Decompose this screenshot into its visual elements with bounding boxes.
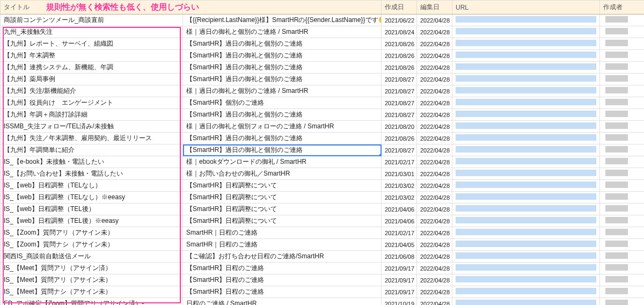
cell-created[interactable]: 2021/08/27 bbox=[382, 144, 417, 156]
cell-edited[interactable]: 2022/04/28 bbox=[417, 286, 452, 298]
cell-subject[interactable]: 【SmartHR】日程のご連絡 bbox=[183, 274, 382, 286]
title-link[interactable]: 商談前コンテンツメール_商談直前 bbox=[4, 16, 104, 24]
cell-edited[interactable]: 2022/04/28 bbox=[417, 38, 452, 50]
title-link[interactable]: IS_【web】日程調整（TELなし）※eeasy bbox=[4, 193, 125, 201]
cell-subject[interactable]: 【SmartHR】日程のご連絡 bbox=[183, 263, 382, 274]
cell-author[interactable] bbox=[600, 97, 645, 109]
cell-subject[interactable]: 【ご確認】お打ち合わせ日程のご連絡/SmartHR bbox=[183, 251, 382, 263]
cell-edited[interactable]: 2022/04/28 bbox=[417, 263, 452, 274]
cell-subject[interactable]: 【SmartHR】日程調整について bbox=[183, 215, 382, 227]
table-row[interactable]: 九州_未接触失注様｜過日の御礼と個別のご連絡 / SmartHR2021/08/… bbox=[1, 26, 645, 38]
title-link[interactable]: 【九州】レポート、サーベイ、組織図 bbox=[4, 40, 113, 47]
cell-url[interactable] bbox=[452, 215, 600, 227]
title-link[interactable]: IS_【web】日程調整（TEL後） bbox=[4, 205, 95, 213]
cell-created[interactable]: 2021/08/27 bbox=[382, 74, 417, 85]
cell-subject[interactable]: 様｜過日の御礼と個別のご連絡 / SmartHR bbox=[183, 26, 382, 38]
cell-subject[interactable]: 【SmartHR】過日の御礼と個別のご連絡 bbox=[183, 38, 382, 50]
cell-title[interactable]: 【九州】レポート、サーベイ、組織図 bbox=[1, 38, 183, 50]
cell-url[interactable] bbox=[452, 50, 600, 62]
cell-url[interactable] bbox=[452, 62, 600, 74]
cell-title[interactable]: 【九州】役員向け エンゲージメント bbox=[1, 97, 183, 109]
cell-edited[interactable]: 2022/04/28 bbox=[417, 251, 452, 263]
cell-edited[interactable]: 2022/04/28 bbox=[417, 239, 452, 251]
cell-created[interactable]: 2021/04/06 bbox=[382, 215, 417, 227]
title-link[interactable]: 関西IS_商談前自動送信メール bbox=[4, 252, 91, 260]
cell-subject[interactable]: 日程のご連絡 / SmartHR bbox=[183, 298, 382, 306]
cell-created[interactable]: 2021/08/20 bbox=[382, 121, 417, 133]
cell-url[interactable] bbox=[452, 204, 600, 215]
cell-title[interactable]: EB_アポ確定【Zoom】質問アリ（アサイン済）‐ bbox=[1, 298, 183, 306]
cell-author[interactable] bbox=[600, 204, 645, 215]
cell-author[interactable] bbox=[600, 85, 645, 97]
cell-edited[interactable]: 2022/04/28 bbox=[417, 192, 452, 204]
table-row[interactable]: 【九州】年末調整【SmartHR】過日の御礼と個別のご連絡2021/08/262… bbox=[1, 50, 645, 62]
cell-url[interactable] bbox=[452, 180, 600, 192]
table-row[interactable]: IS_【web】日程調整（TEL後）※eeasy【SmartHR】日程調整につい… bbox=[1, 215, 645, 227]
cell-created[interactable]: 2021/06/22 bbox=[382, 14, 417, 26]
title-link[interactable]: ISSMB_失注フォロー/TEL済み/未接触 bbox=[4, 122, 114, 130]
cell-author[interactable] bbox=[600, 144, 645, 156]
cell-created[interactable]: 2021/09/17 bbox=[382, 286, 417, 298]
table-row[interactable]: 【九州】薬局事例【SmartHR】過日の御礼と個別のご連絡2021/08/272… bbox=[1, 74, 645, 85]
cell-subject[interactable]: SmartHR｜日程のご連絡 bbox=[183, 239, 382, 251]
cell-title[interactable]: IS_【Meet】質問ナシ（アサイン未） bbox=[1, 286, 183, 298]
cell-title[interactable]: 【九州】失注／年末調整、雇用契約、最近リリース bbox=[1, 133, 183, 144]
cell-edited[interactable]: 2022/04/28 bbox=[417, 121, 452, 133]
cell-url[interactable] bbox=[452, 156, 600, 168]
cell-created[interactable]: 2021/03/02 bbox=[382, 180, 417, 192]
cell-author[interactable] bbox=[600, 38, 645, 50]
cell-subject[interactable]: 【SmartHR】過日の御礼と個別のご連絡 bbox=[183, 109, 382, 121]
cell-author[interactable] bbox=[600, 180, 645, 192]
cell-subject[interactable]: 【SmartHR】日程のご連絡 bbox=[183, 286, 382, 298]
cell-title[interactable]: IS_【Meet】質問アリ（アサイン済） bbox=[1, 263, 183, 274]
cell-title[interactable]: IS_【web】日程調整（TELなし）※eeasy bbox=[1, 192, 183, 204]
cell-author[interactable] bbox=[600, 74, 645, 85]
title-link[interactable]: IS_【お問い合わせ】未接触・電話したい bbox=[4, 170, 123, 177]
cell-subject[interactable]: SmartHR｜日程のご連絡 bbox=[183, 227, 382, 239]
cell-author[interactable] bbox=[600, 26, 645, 38]
title-link[interactable]: IS_【web】日程調整（TELなし） bbox=[4, 181, 101, 189]
cell-title[interactable]: IS_【web】日程調整（TEL後） bbox=[1, 204, 183, 215]
cell-title[interactable]: IS_【Meet】質問アリ（アサイン未） bbox=[1, 274, 183, 286]
table-row[interactable]: IS_【Zoom】質問ナシ（アサイン未）SmartHR｜日程のご連絡2021/0… bbox=[1, 239, 645, 251]
cell-created[interactable]: 2021/03/02 bbox=[382, 192, 417, 204]
cell-created[interactable]: 2021/08/26 bbox=[382, 62, 417, 74]
cell-subject[interactable]: 【SmartHR】過日の御礼と個別のご連絡 bbox=[183, 133, 382, 144]
title-link[interactable]: 【九州】失注/新機能紹介 bbox=[4, 87, 76, 95]
table-row[interactable]: 【九州】年調簡単に紹介【SmartHR】過日の御礼と個別のご連絡2021/08/… bbox=[1, 144, 645, 156]
cell-url[interactable] bbox=[452, 227, 600, 239]
title-link[interactable]: 九州_未接触失注 bbox=[4, 28, 53, 35]
header-title[interactable]: タイトル bbox=[1, 1, 183, 14]
cell-title[interactable]: IS_【e-book】未接触・電話したい bbox=[1, 156, 183, 168]
cell-title[interactable]: 【九州】年調簡単に紹介 bbox=[1, 144, 183, 156]
cell-subject[interactable]: 【SmartHR】過日の御礼と個別のご連絡 bbox=[183, 144, 382, 156]
cell-author[interactable] bbox=[600, 50, 645, 62]
cell-edited[interactable]: 2022/04/28 bbox=[417, 156, 452, 168]
cell-subject[interactable]: 【SmartHR】過日の御礼と個別のご連絡 bbox=[183, 74, 382, 85]
table-row[interactable]: 【九州】役員向け エンゲージメント【SmartHR】個別のご連絡2021/08/… bbox=[1, 97, 645, 109]
cell-created[interactable]: 2021/08/24 bbox=[382, 26, 417, 38]
cell-url[interactable] bbox=[452, 144, 600, 156]
cell-author[interactable] bbox=[600, 251, 645, 263]
title-link[interactable]: IS_【Zoom】質問ナシ（アサイン未） bbox=[4, 241, 114, 248]
cell-title[interactable]: IS_【お問い合わせ】未接触・電話したい bbox=[1, 168, 183, 180]
table-row[interactable]: IS_【Meet】質問アリ（アサイン済）【SmartHR】日程のご連絡2021/… bbox=[1, 263, 645, 274]
cell-created[interactable]: 2021/08/27 bbox=[382, 85, 417, 97]
cell-edited[interactable]: 2022/04/28 bbox=[417, 14, 452, 26]
cell-created[interactable]: 2021/08/26 bbox=[382, 38, 417, 50]
cell-created[interactable]: 2021/03/01 bbox=[382, 168, 417, 180]
cell-created[interactable]: 2021/09/17 bbox=[382, 274, 417, 286]
cell-edited[interactable]: 2022/04/28 bbox=[417, 85, 452, 97]
cell-author[interactable] bbox=[600, 62, 645, 74]
cell-created[interactable]: 2021/08/27 bbox=[382, 97, 417, 109]
table-row[interactable]: IS_【Meet】質問アリ（アサイン未）【SmartHR】日程のご連絡2021/… bbox=[1, 274, 645, 286]
cell-created[interactable]: 2021/08/26 bbox=[382, 50, 417, 62]
cell-author[interactable] bbox=[600, 298, 645, 306]
cell-subject[interactable]: 【SmartHR】日程調整について bbox=[183, 204, 382, 215]
title-link[interactable]: 【九州】役員向け エンゲージメント bbox=[4, 99, 113, 106]
cell-title[interactable]: 【九州】年末調整 bbox=[1, 50, 183, 62]
table-row[interactable]: 【九州】連携システム、新機能、年調【SmartHR】過日の御礼と個別のご連絡20… bbox=[1, 62, 645, 74]
cell-edited[interactable]: 2022/04/28 bbox=[417, 50, 452, 62]
cell-edited[interactable]: 2022/04/28 bbox=[417, 204, 452, 215]
cell-url[interactable] bbox=[452, 192, 600, 204]
